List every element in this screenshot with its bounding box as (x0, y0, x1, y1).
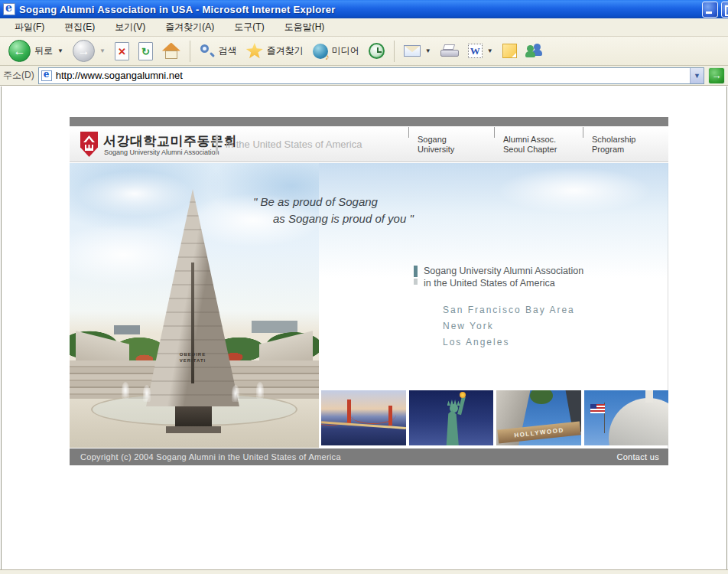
title-bar: Sogang Alumni Association in USA - Micro… (0, 0, 728, 18)
hollywood-sign-text: HOLLYWOOD (514, 426, 564, 439)
print-icon (440, 44, 459, 58)
nav-alumni-assoc-seoul[interactable]: Alumni Assoc. Seoul Chapter (503, 135, 557, 155)
contact-us-link[interactable]: Contact us (616, 452, 659, 461)
forward-button[interactable]: → ▼ (69, 38, 109, 64)
toolbar-separator (190, 41, 190, 62)
discuss-note-icon (502, 44, 517, 58)
search-button[interactable]: 검색 (196, 41, 241, 61)
back-icon: ← (8, 40, 31, 62)
us-flag-icon (590, 404, 605, 413)
toolbar-separator (394, 41, 395, 62)
link-san-francisco-bay-area[interactable]: San Francisco Bay Area (443, 305, 575, 315)
discuss-button[interactable] (499, 41, 521, 60)
mail-button[interactable]: ▼ (400, 43, 435, 59)
home-button[interactable] (158, 41, 184, 62)
address-label: 주소(D) (3, 69, 34, 82)
quote-text: " Be as proud of Sogang as Sogang is pro… (253, 194, 414, 227)
webpage: 서강대학교미주동문회 Sogang University Alumni Asso… (70, 117, 668, 465)
statue-of-liberty-photo[interactable] (409, 390, 494, 445)
menu-file[interactable]: 파일(F) (5, 18, 54, 36)
address-url: http://www.sogangalumni.net (56, 70, 183, 81)
panel-bullet-icon (414, 279, 418, 285)
status-bar (0, 569, 728, 574)
history-icon (369, 43, 385, 59)
menu-help[interactable]: 도움말(H) (275, 18, 335, 36)
header-divider (216, 135, 218, 154)
menu-edit[interactable]: 편집(E) (54, 18, 105, 36)
go-button[interactable]: → (708, 67, 725, 84)
browser-viewport: 서강대학교미주동문회 Sogang University Alumni Asso… (1, 86, 727, 569)
menu-tools[interactable]: 도구(T) (224, 18, 274, 36)
refresh-icon: ↻ (138, 42, 153, 60)
stop-icon: ✕ (115, 42, 129, 60)
toolbar: ← 뒤로 ▼ → ▼ ✕ ↻ 검색 즐겨찾기 미디어 ▼ W ▼ (0, 37, 728, 66)
maximize-button[interactable] (721, 2, 728, 18)
address-dropdown-icon[interactable]: ▼ (690, 68, 704, 83)
mail-icon (404, 45, 421, 57)
copyright-text: Copyright (c) 2004 Sogang Alumni in the … (80, 452, 341, 461)
history-button[interactable] (365, 41, 388, 61)
nav-separator (408, 127, 409, 138)
golden-gate-bridge-photo[interactable] (321, 390, 406, 445)
link-new-york[interactable]: New York (443, 321, 494, 331)
minimize-button[interactable] (702, 2, 718, 18)
page-favicon (41, 70, 52, 81)
refresh-button[interactable]: ↻ (135, 40, 157, 63)
back-button[interactable]: ← 뒤로 ▼ (5, 38, 67, 64)
address-bar: 주소(D) http://www.sogangalumni.net ▼ → (0, 66, 728, 86)
nav-separator (494, 127, 495, 138)
menu-bar: 파일(F) 편집(E) 보기(V) 즐겨찾기(A) 도구(T) 도움말(H) (0, 18, 728, 37)
stop-button[interactable]: ✕ (111, 40, 133, 63)
media-globe-icon (313, 44, 328, 59)
back-dropdown-icon[interactable]: ▼ (57, 47, 63, 54)
monument-inscription: OBEDIRE VERITATI (166, 351, 219, 364)
print-button[interactable] (437, 42, 463, 60)
messenger-button[interactable] (522, 41, 547, 60)
page-top-bar (70, 117, 668, 126)
cloud (498, 168, 651, 214)
nav-separator (583, 127, 583, 138)
hollywood-photo[interactable]: HOLLYWOOD (496, 390, 581, 445)
nav-sogang-university[interactable]: Sogang University (418, 135, 454, 155)
page-footer: Copyright (c) 2004 Sogang Alumni in the … (70, 448, 668, 465)
edit-dropdown-icon[interactable]: ▼ (487, 47, 493, 54)
edit-with-word-button[interactable]: W ▼ (464, 41, 497, 60)
logo-subtitle-english: Sogang University Alumni Association (104, 148, 219, 156)
messenger-icon (526, 44, 543, 58)
menu-view[interactable]: 보기(V) (105, 18, 155, 36)
page-header: 서강대학교미주동문회 Sogang University Alumni Asso… (70, 127, 668, 162)
monument-pedestal (175, 406, 212, 426)
media-button[interactable]: 미디어 (309, 41, 363, 61)
mail-dropdown-icon[interactable]: ▼ (425, 47, 431, 54)
address-input[interactable]: http://www.sogangalumni.net ▼ (38, 67, 704, 84)
forward-icon: → (73, 40, 95, 62)
favorites-star-icon (246, 43, 263, 59)
menu-favorites[interactable]: 즐겨찾기(A) (155, 18, 224, 36)
word-icon: W (468, 44, 483, 58)
us-capitol-photo[interactable] (584, 390, 669, 445)
home-icon (162, 43, 180, 60)
favorites-button[interactable]: 즐겨찾기 (242, 41, 307, 61)
forward-dropdown-icon: ▼ (99, 47, 106, 54)
nav-scholarship-program[interactable]: Scholarship Program (592, 135, 635, 155)
city-thumbnails: HOLLYWOOD (321, 390, 668, 445)
header-tagline: in the United States of America (226, 139, 362, 150)
association-title: Sogang University Alumni Association in … (424, 265, 583, 289)
page-body: OBEDIRE VERITATI " Be as proud of Sogang… (70, 163, 668, 448)
link-los-angeles[interactable]: Los Angeles (443, 337, 509, 347)
search-icon (200, 44, 215, 59)
ie-app-icon (3, 3, 15, 15)
panel-bullet-icon (414, 266, 418, 277)
window-title: Sogang Alumni Association in USA - Micro… (19, 4, 336, 15)
sogang-shield-logo[interactable] (80, 132, 98, 157)
